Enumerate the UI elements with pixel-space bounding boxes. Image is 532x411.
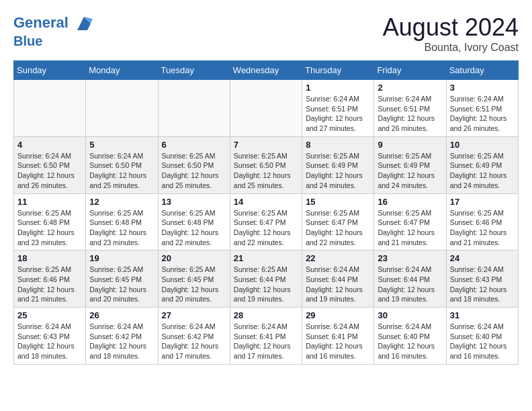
day-number: 27 (162, 310, 226, 320)
logo: General Blue (13, 13, 94, 48)
calendar-day-cell: 16Sunrise: 6:25 AM Sunset: 6:47 PM Dayli… (374, 193, 446, 250)
day-number: 18 (17, 253, 82, 263)
day-number: 23 (378, 253, 442, 263)
calendar-week-row: 4Sunrise: 6:24 AM Sunset: 6:50 PM Daylig… (14, 136, 519, 193)
day-info: Sunrise: 6:24 AM Sunset: 6:51 PM Dayligh… (378, 94, 442, 134)
weekday-header-saturday: Saturday (446, 61, 518, 80)
day-number: 10 (450, 140, 515, 150)
calendar-day-cell: 25Sunrise: 6:24 AM Sunset: 6:43 PM Dayli… (14, 308, 86, 365)
weekday-header-wednesday: Wednesday (230, 61, 302, 80)
calendar-week-row: 25Sunrise: 6:24 AM Sunset: 6:43 PM Dayli… (14, 308, 519, 365)
day-info: Sunrise: 6:24 AM Sunset: 6:51 PM Dayligh… (450, 94, 515, 134)
calendar-day-cell: 13Sunrise: 6:25 AM Sunset: 6:48 PM Dayli… (158, 193, 230, 250)
day-info: Sunrise: 6:25 AM Sunset: 6:47 PM Dayligh… (306, 208, 370, 248)
day-number: 16 (378, 197, 442, 207)
day-info: Sunrise: 6:24 AM Sunset: 6:44 PM Dayligh… (378, 265, 442, 304)
calendar-day-cell: 14Sunrise: 6:25 AM Sunset: 6:47 PM Dayli… (230, 193, 302, 250)
calendar-day-cell (230, 80, 302, 137)
calendar-day-cell: 27Sunrise: 6:24 AM Sunset: 6:42 PM Dayli… (158, 308, 230, 365)
day-info: Sunrise: 6:25 AM Sunset: 6:46 PM Dayligh… (17, 265, 82, 304)
day-number: 21 (234, 253, 298, 263)
day-number: 19 (89, 253, 154, 263)
day-number: 6 (162, 140, 226, 150)
weekday-header-friday: Friday (374, 61, 446, 80)
calendar-day-cell: 7Sunrise: 6:25 AM Sunset: 6:50 PM Daylig… (230, 136, 302, 193)
day-number: 11 (17, 197, 82, 207)
calendar-day-cell (86, 80, 158, 137)
day-info: Sunrise: 6:25 AM Sunset: 6:48 PM Dayligh… (162, 208, 226, 248)
logo-text: General (13, 13, 94, 34)
day-number: 28 (234, 310, 298, 320)
day-info: Sunrise: 6:24 AM Sunset: 6:40 PM Dayligh… (450, 322, 515, 361)
weekday-header-tuesday: Tuesday (158, 61, 230, 80)
calendar-day-cell: 28Sunrise: 6:24 AM Sunset: 6:41 PM Dayli… (230, 308, 302, 365)
calendar-week-row: 1Sunrise: 6:24 AM Sunset: 6:51 PM Daylig… (14, 80, 519, 137)
day-info: Sunrise: 6:24 AM Sunset: 6:51 PM Dayligh… (306, 94, 370, 134)
calendar-day-cell: 30Sunrise: 6:24 AM Sunset: 6:40 PM Dayli… (374, 308, 446, 365)
calendar-day-cell: 9Sunrise: 6:25 AM Sunset: 6:49 PM Daylig… (374, 136, 446, 193)
calendar-day-cell: 3Sunrise: 6:24 AM Sunset: 6:51 PM Daylig… (446, 80, 518, 137)
page-header: General Blue August 2024 Bounta, Ivory C… (13, 13, 519, 54)
day-number: 25 (17, 310, 82, 320)
day-number: 7 (234, 140, 298, 150)
calendar-day-cell: 21Sunrise: 6:25 AM Sunset: 6:44 PM Dayli… (230, 250, 302, 308)
day-info: Sunrise: 6:24 AM Sunset: 6:50 PM Dayligh… (89, 151, 154, 191)
day-info: Sunrise: 6:24 AM Sunset: 6:41 PM Dayligh… (234, 322, 298, 361)
calendar-day-cell: 23Sunrise: 6:24 AM Sunset: 6:44 PM Dayli… (374, 250, 446, 308)
day-info: Sunrise: 6:25 AM Sunset: 6:47 PM Dayligh… (378, 208, 442, 248)
day-number: 22 (306, 253, 370, 263)
day-info: Sunrise: 6:25 AM Sunset: 6:48 PM Dayligh… (89, 208, 154, 248)
calendar-day-cell: 18Sunrise: 6:25 AM Sunset: 6:46 PM Dayli… (14, 250, 86, 308)
weekday-header-thursday: Thursday (302, 61, 374, 80)
day-number: 3 (450, 83, 515, 93)
calendar-day-cell: 15Sunrise: 6:25 AM Sunset: 6:47 PM Dayli… (302, 193, 374, 250)
day-number: 2 (378, 83, 442, 93)
calendar-day-cell: 1Sunrise: 6:24 AM Sunset: 6:51 PM Daylig… (302, 80, 374, 137)
day-info: Sunrise: 6:24 AM Sunset: 6:43 PM Dayligh… (450, 265, 515, 304)
calendar-day-cell: 17Sunrise: 6:25 AM Sunset: 6:46 PM Dayli… (446, 193, 518, 250)
day-info: Sunrise: 6:24 AM Sunset: 6:41 PM Dayligh… (306, 322, 370, 361)
day-number: 17 (450, 197, 515, 207)
day-number: 9 (378, 140, 442, 150)
day-info: Sunrise: 6:25 AM Sunset: 6:49 PM Dayligh… (450, 151, 515, 191)
day-info: Sunrise: 6:25 AM Sunset: 6:44 PM Dayligh… (234, 265, 298, 304)
title-block: August 2024 Bounta, Ivory Coast (383, 13, 519, 54)
calendar-day-cell: 6Sunrise: 6:25 AM Sunset: 6:50 PM Daylig… (158, 136, 230, 193)
day-number: 8 (306, 140, 370, 150)
weekday-header-monday: Monday (86, 61, 158, 80)
day-number: 12 (89, 197, 154, 207)
day-info: Sunrise: 6:25 AM Sunset: 6:45 PM Dayligh… (162, 265, 226, 304)
month-year: August 2024 (383, 13, 519, 42)
calendar-day-cell: 31Sunrise: 6:24 AM Sunset: 6:40 PM Dayli… (446, 308, 518, 365)
day-info: Sunrise: 6:25 AM Sunset: 6:50 PM Dayligh… (162, 151, 226, 191)
calendar-day-cell (14, 80, 86, 137)
day-number: 13 (162, 197, 226, 207)
day-number: 1 (306, 83, 370, 93)
day-number: 26 (89, 310, 154, 320)
day-info: Sunrise: 6:24 AM Sunset: 6:50 PM Dayligh… (17, 151, 82, 191)
day-number: 15 (306, 197, 370, 207)
day-info: Sunrise: 6:25 AM Sunset: 6:49 PM Dayligh… (378, 151, 442, 191)
calendar-day-cell: 11Sunrise: 6:25 AM Sunset: 6:48 PM Dayli… (14, 193, 86, 250)
day-info: Sunrise: 6:24 AM Sunset: 6:42 PM Dayligh… (89, 322, 154, 361)
calendar-day-cell: 24Sunrise: 6:24 AM Sunset: 6:43 PM Dayli… (446, 250, 518, 308)
calendar-day-cell: 26Sunrise: 6:24 AM Sunset: 6:42 PM Dayli… (86, 308, 158, 365)
day-info: Sunrise: 6:25 AM Sunset: 6:48 PM Dayligh… (17, 208, 82, 248)
day-number: 20 (162, 253, 226, 263)
day-info: Sunrise: 6:25 AM Sunset: 6:45 PM Dayligh… (89, 265, 154, 304)
day-info: Sunrise: 6:25 AM Sunset: 6:46 PM Dayligh… (450, 208, 515, 248)
day-number: 4 (17, 140, 82, 150)
calendar-header-row: SundayMondayTuesdayWednesdayThursdayFrid… (14, 61, 519, 80)
day-number: 5 (89, 140, 154, 150)
calendar-day-cell: 20Sunrise: 6:25 AM Sunset: 6:45 PM Dayli… (158, 250, 230, 308)
day-info: Sunrise: 6:25 AM Sunset: 6:49 PM Dayligh… (306, 151, 370, 191)
day-info: Sunrise: 6:24 AM Sunset: 6:44 PM Dayligh… (306, 265, 370, 304)
day-number: 30 (378, 310, 442, 320)
weekday-header-sunday: Sunday (14, 61, 86, 80)
calendar-table: SundayMondayTuesdayWednesdayThursdayFrid… (13, 60, 519, 365)
calendar-day-cell (158, 80, 230, 137)
day-info: Sunrise: 6:24 AM Sunset: 6:40 PM Dayligh… (378, 322, 442, 361)
calendar-week-row: 18Sunrise: 6:25 AM Sunset: 6:46 PM Dayli… (14, 250, 519, 308)
calendar-day-cell: 5Sunrise: 6:24 AM Sunset: 6:50 PM Daylig… (86, 136, 158, 193)
day-number: 31 (450, 310, 515, 320)
